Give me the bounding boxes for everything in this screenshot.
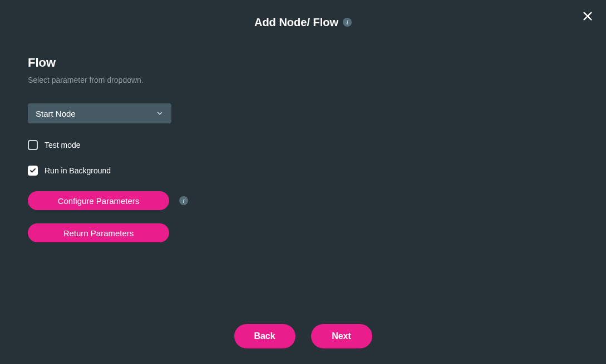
test-mode-label: Test mode [45,141,81,149]
chevron-down-icon [156,109,164,117]
next-button[interactable]: Next [311,324,372,348]
run-background-label: Run in Background [45,166,111,175]
modal-title: Add Node/ Flow [254,16,338,29]
configure-info-icon[interactable]: i [179,196,188,205]
test-mode-checkbox[interactable] [28,140,38,150]
close-icon [582,10,594,22]
configure-parameters-button[interactable]: Configure Parameters [28,191,169,210]
return-parameters-button[interactable]: Return Parameters [28,223,169,242]
close-button[interactable] [582,10,594,22]
section-title: Flow [28,56,578,70]
run-background-checkbox-row[interactable]: Run in Background [28,166,578,176]
section-description: Select parameter from dropdown. [28,76,578,84]
info-icon[interactable]: i [343,18,352,27]
test-mode-checkbox-row[interactable]: Test mode [28,140,578,150]
dropdown-selected-label: Start Node [36,109,76,118]
run-background-checkbox[interactable] [28,166,38,176]
back-button[interactable]: Back [234,324,295,348]
start-node-dropdown[interactable]: Start Node [28,103,171,123]
